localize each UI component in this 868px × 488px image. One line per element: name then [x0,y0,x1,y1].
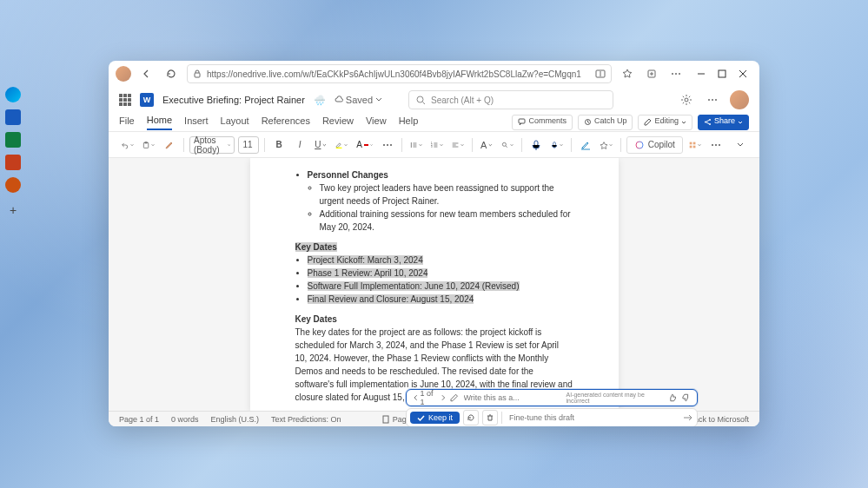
ai-prompt-input[interactable] [464,393,561,402]
taskbar-app-other[interactable] [5,177,21,193]
taskbar-add-icon[interactable]: + [10,203,17,217]
taskbar-app-powerpoint[interactable] [5,155,21,170]
address-bar[interactable]: https://onedrive.live.com/w/t/EaCKkPs6Ac… [187,64,612,83]
favorite-button[interactable] [619,65,636,82]
more-font-button[interactable] [379,136,396,154]
tab-home[interactable]: Home [147,115,172,130]
underline-button[interactable]: U [312,136,329,154]
share-button[interactable]: Share [698,115,749,130]
ellipsis-icon [706,94,719,106]
tab-review[interactable]: Review [322,115,354,129]
clipboard-icon [142,140,149,150]
tab-help[interactable]: Help [399,115,419,129]
designer-icon [600,140,607,150]
collapse-ribbon-button[interactable] [732,136,749,154]
save-status[interactable]: Saved [335,95,382,105]
tab-view[interactable]: View [366,115,387,129]
font-color-button[interactable]: A [354,136,375,154]
chevron-down-icon [609,142,613,148]
italic-button[interactable]: I [291,136,308,154]
brush-icon [164,140,175,150]
numbering-button[interactable]: 123 [428,136,446,154]
paste-button[interactable] [140,136,157,154]
bullets-button[interactable] [407,136,425,154]
find-button[interactable] [499,136,516,154]
copilot-button[interactable]: Copilot [626,136,683,154]
keydates-heading: Key Dates [295,242,337,252]
document-page[interactable]: Personnel Changes Two key project leader… [250,158,619,411]
bold-button[interactable]: B [270,136,288,154]
comments-button[interactable]: Comments [512,115,573,130]
toolbar-more-button[interactable] [707,136,725,154]
highlight-button[interactable] [333,136,350,154]
language[interactable]: English (U.S.) [211,415,260,424]
tab-layout[interactable]: Layout [221,115,249,129]
minimize-icon [697,69,706,78]
more-button[interactable] [667,65,685,82]
bullets-icon [410,140,417,150]
thumbs-up-icon[interactable] [668,393,676,402]
chevron-down-icon [370,142,373,148]
collections-button[interactable] [643,65,660,82]
search-input[interactable]: Search (Alt + Q) [408,90,613,109]
regenerate-button[interactable] [463,410,479,425]
svg-rect-19 [336,147,342,148]
reader-icon[interactable] [595,69,606,79]
styles-button[interactable]: A [478,136,495,154]
font-select[interactable]: Aptos (Body) [189,136,235,154]
editing-button[interactable]: Editing [638,115,692,130]
taskbar-app-edge[interactable] [5,87,21,102]
settings-button[interactable] [678,91,695,109]
close-button[interactable] [733,64,752,83]
chevron-right-icon[interactable] [441,394,446,401]
svg-point-16 [709,123,711,125]
document-title[interactable]: Executive Briefing: Project Rainer [162,95,305,105]
dictate-dropdown[interactable] [548,136,566,154]
minimize-button[interactable] [692,64,711,83]
undo-button[interactable] [119,136,136,154]
app-launcher-icon[interactable] [119,94,131,106]
tab-file[interactable]: File [119,115,135,129]
tab-references[interactable]: References [262,115,310,129]
addins-button[interactable] [686,136,704,154]
text-predictions[interactable]: Text Predictions: On [271,415,341,424]
editor-button[interactable] [577,136,594,154]
tab-insert[interactable]: Insert [184,115,209,129]
svg-point-39 [719,144,720,146]
chevron-down-icon [698,142,701,148]
back-icon [142,69,152,79]
keydate-3: Software Full Implementation: June 10, 2… [308,281,520,291]
page-count[interactable]: Page 1 of 1 [119,415,159,424]
document-canvas[interactable]: Personnel Changes Two key project leader… [109,158,759,411]
chevron-down-icon [461,142,464,148]
profile-avatar[interactable] [116,66,131,82]
edit-icon[interactable] [450,393,458,402]
delete-button[interactable] [482,410,498,425]
refresh-button[interactable] [162,65,180,82]
svg-point-24 [411,144,412,145]
svg-point-9 [708,99,710,101]
format-painter-button[interactable] [161,136,178,154]
thumbs-down-icon[interactable] [682,393,690,402]
taskbar-app-word[interactable] [5,109,21,125]
chevron-left-icon[interactable] [414,394,419,401]
ellipsis-icon [671,69,681,79]
taskbar-app-excel[interactable] [5,132,21,148]
designer-button[interactable] [598,136,615,154]
keep-it-button[interactable]: Keep it [410,412,460,424]
user-avatar[interactable] [730,90,749,109]
search-icon [416,96,426,105]
maximize-button[interactable] [712,64,732,83]
catchup-button[interactable]: Catch Up [578,115,633,130]
dictate-button[interactable] [527,136,545,154]
personnel-item-2: Additional training sessions for new tea… [320,208,573,234]
font-size-select[interactable]: 11 [238,136,259,154]
align-button[interactable] [449,136,467,154]
fine-tune-input[interactable] [506,413,679,422]
svg-point-21 [387,144,388,146]
header-more-button[interactable] [704,91,721,109]
ai-actions-bar: Keep it [406,408,698,426]
send-icon[interactable] [683,413,693,422]
word-count[interactable]: 0 words [171,415,199,424]
back-button[interactable] [138,65,156,82]
